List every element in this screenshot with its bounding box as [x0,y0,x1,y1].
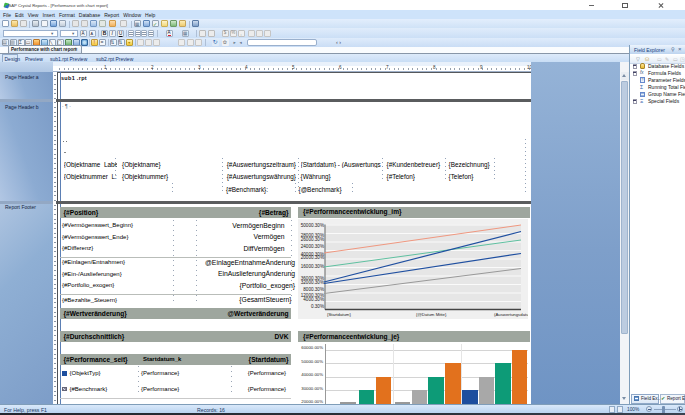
svg-text:20000.30%: 20000.30% [301,255,324,260]
svg-text:{Startdatum}: {Startdatum} [327,312,351,317]
svg-text:4000.30%: 4000.30% [303,296,324,301]
svg-text:16000.30%: 16000.30% [301,264,324,269]
svg-text:24000.30%: 24000.30% [301,244,324,249]
svg-text:26000.30%: 26000.30% [301,237,324,242]
svg-text:50000.30%: 50000.30% [301,223,324,228]
svg-text:0.30%: 0.30% [311,304,324,309]
svg-text:32000.30%: 32000.30% [301,279,324,284]
svg-text:{@Datum Mitte}: {@Datum Mitte} [416,312,447,317]
svg-text:8000.30%: 8000.30% [303,287,324,292]
svg-text:(Auswertungsdatum): (Auswertungsdatum) [494,312,528,317]
